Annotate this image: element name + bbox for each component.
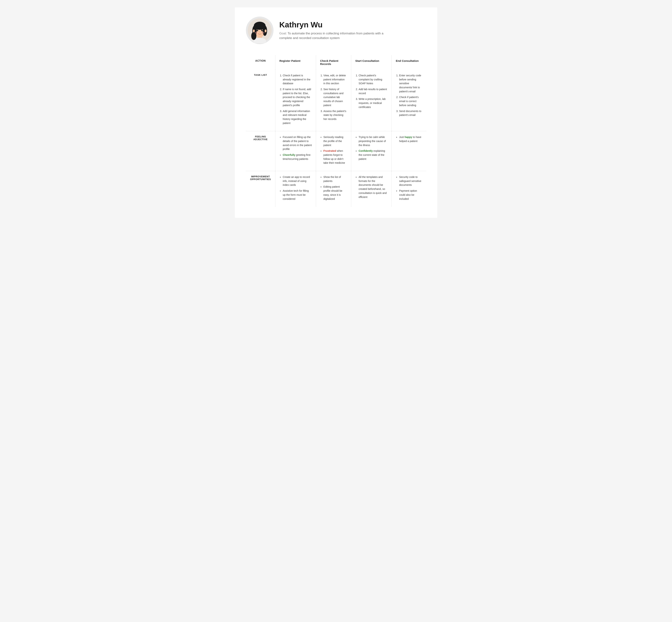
- improvement-label: IMPROVEMENTOPPORTUNITIES: [246, 171, 275, 207]
- task-check-cell: View, edit, or delete patient informatio…: [316, 70, 351, 131]
- header-text-block: Kathryn Wu Goal: To automate the process…: [279, 21, 390, 40]
- persona-name: Kathryn Wu: [279, 21, 390, 29]
- svg-point-13: [262, 30, 263, 30]
- task-start-cell: Check patient's complaint by crafting SO…: [351, 70, 392, 131]
- main-page: Kathryn Wu Goal: To automate the process…: [235, 7, 437, 218]
- svg-point-12: [258, 30, 258, 30]
- svg-point-9: [265, 29, 267, 32]
- persona-goal: Goal: To automate the process in collect…: [279, 31, 390, 40]
- task-list-row: TASK LIST Check if patient is already re…: [246, 70, 426, 131]
- svg-point-15: [255, 32, 258, 34]
- svg-point-14: [259, 32, 260, 32]
- action-header: ACTION: [246, 55, 275, 70]
- col-header-start: Start Consultation: [351, 55, 392, 70]
- feeling-register-cell: Focused on filling up the details of the…: [275, 131, 316, 171]
- improvement-register-cell: Create an app to record info, instead of…: [275, 171, 316, 207]
- goal-text: To automate the process in collecting in…: [279, 32, 383, 40]
- feeling-end-cell: Just happy to have helped a patient: [392, 131, 426, 171]
- task-register-cell: Check if patient is already registered i…: [275, 70, 316, 131]
- goal-label: Goal:: [279, 32, 288, 35]
- col-header-check: Check Patient Records: [316, 55, 351, 70]
- improvement-check-cell: Show the list of patients Editing patien…: [316, 171, 351, 207]
- task-list-label: TASK LIST: [246, 70, 275, 131]
- task-end-cell: Enter security code before sending sensi…: [392, 70, 426, 131]
- svg-point-11: [261, 29, 263, 31]
- svg-point-10: [257, 29, 258, 31]
- improvement-row: IMPROVEMENTOPPORTUNITIES Create an app t…: [246, 171, 426, 207]
- col-header-register: Register Patient: [275, 55, 316, 70]
- improvement-end-cell: Security code to safeguard sensitive doc…: [392, 171, 426, 207]
- feeling-check-cell: Seriously reading the profile of the pat…: [316, 131, 351, 171]
- header-section: Kathryn Wu Goal: To automate the process…: [246, 16, 426, 44]
- feeling-label: FEELINGADJECTIVE: [246, 131, 275, 171]
- feeling-row: FEELINGADJECTIVE Focused on filling up t…: [246, 131, 426, 171]
- col-header-end: End Consultation: [392, 55, 426, 70]
- avatar: [246, 16, 273, 44]
- avatar-illustration: [247, 18, 273, 43]
- svg-point-8: [253, 29, 255, 32]
- improvement-start-cell: All the templates and formats for the do…: [351, 171, 392, 207]
- feeling-start-cell: Trying to be calm while pinpointing the …: [351, 131, 392, 171]
- journey-map-table: ACTION Register Patient Check Patient Re…: [246, 55, 426, 207]
- svg-point-16: [262, 32, 265, 34]
